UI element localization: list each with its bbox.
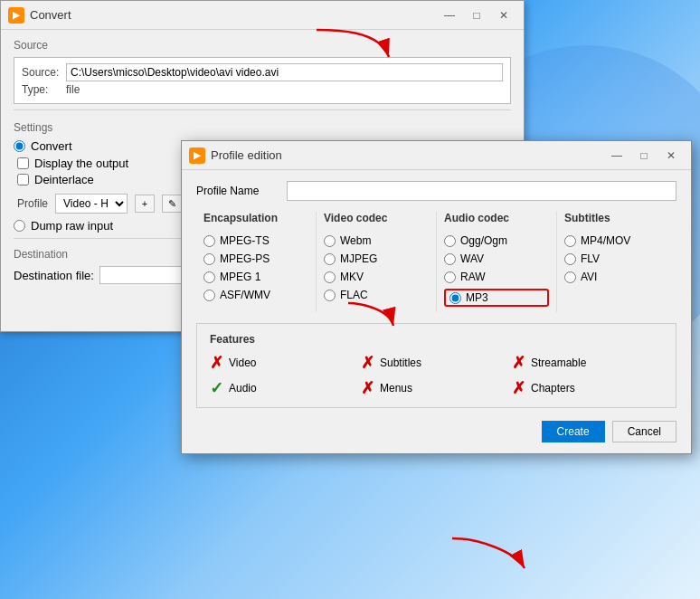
enc-asf-wmv: ASF/WMV [203,289,308,301]
profile-name-row: Profile Name [196,181,676,201]
profile-name-input[interactable] [287,181,676,201]
aud-wav: WAV [444,252,549,265]
dialog-titlebar: ▶ Profile edition — □ ✕ [182,141,691,170]
convert-radio-label: Convert [31,139,72,153]
feature-audio: ✓ Audio [210,378,361,398]
feature-subtitles-icon: ✗ [361,355,374,371]
profile-name-label: Profile Name [196,185,278,197]
feature-streamable-icon: ✗ [512,355,525,371]
dialog-cancel-button[interactable]: Cancel [612,421,676,442]
sub-mp4mov: MP4/MOV [564,234,669,247]
feature-subtitles: ✗ Subtitles [361,355,512,371]
display-output-label: Display the output [34,157,128,170]
enc-mpeg-ts-radio[interactable] [203,235,215,247]
encapsulation-column: Encapsulation MPEG-TS MPEG-PS MPEG 1 ASF… [196,212,317,312]
dump-radio[interactable] [14,220,25,232]
feature-audio-label: Audio [229,382,257,395]
feature-subtitles-label: Subtitles [380,357,421,369]
vid-mkv: MKV [324,271,429,283]
vid-flac-radio[interactable] [324,290,336,301]
main-titlebar: ▶ Convert — □ ✕ [1,1,524,30]
features-grid: ✗ Video ✗ Subtitles ✗ Streamable ✓ Audio [210,355,663,398]
vid-mjpeg-radio[interactable] [324,253,336,265]
enc-mpeg1-radio[interactable] [203,271,215,283]
sub-mp4mov-radio[interactable] [564,235,576,247]
enc-mpeg1: MPEG 1 [203,271,308,283]
vid-mkv-radio[interactable] [324,271,336,283]
feature-audio-icon: ✓ [210,378,223,398]
audio-codec-column: Audio codec Ogg/Ogm WAV RAW MP3 [437,212,557,312]
titlebar-left: ▶ Convert [8,7,71,24]
vid-flac: FLAC [324,289,429,301]
dialog-title: Profile edition [211,148,282,162]
maximize-button[interactable]: □ [464,5,489,25]
feature-menus: ✗ Menus [361,378,512,398]
audio-codec-header: Audio codec [444,212,549,227]
aud-raw-radio[interactable] [444,271,456,283]
enc-mpeg-ts: MPEG-TS [203,234,308,247]
dialog-titlebar-controls: — □ ✕ [604,146,684,166]
aud-ogg-radio[interactable] [444,235,456,247]
source-type-row: Type: file [22,83,503,96]
encapsulation-header: Encapsulation [203,212,308,227]
source-path-row: Source: [22,63,503,81]
aud-wav-radio[interactable] [444,253,456,265]
dialog-maximize-button[interactable]: □ [631,146,657,166]
feature-video: ✗ Video [210,355,361,371]
app-icon: ▶ [8,7,24,24]
dialog-buttons: Create Cancel [196,421,676,442]
features-section: Features ✗ Video ✗ Subtitles ✗ Streamabl… [196,323,676,408]
dialog-title-left: ▶ Profile edition [189,147,282,164]
destination-file-label: Destination file: [14,269,94,282]
feature-streamable: ✗ Streamable [512,355,663,371]
feature-chapters: ✗ Chapters [512,378,663,398]
profile-dropdown[interactable]: Video - H.264 [55,194,128,214]
enc-asf-wmv-radio[interactable] [203,290,215,301]
source-path-input[interactable] [66,63,503,81]
enc-mpeg-ps: MPEG-PS [203,252,308,265]
source-box: Source: Type: file [14,57,511,104]
dialog-body: Profile Name Encapsulation MPEG-TS MPEG-… [182,170,691,453]
create-button[interactable]: Create [542,421,605,442]
dialog-minimize-button[interactable]: — [604,146,629,166]
feature-chapters-label: Chapters [531,382,575,395]
source-section-label: Source [14,39,511,52]
feature-menus-label: Menus [380,382,412,395]
dump-radio-label: Dump raw input [31,219,113,233]
profile-edit-button[interactable]: ✎ [162,195,182,213]
source-label: Source: [22,66,62,79]
display-output-checkbox[interactable] [17,157,29,169]
feature-streamable-label: Streamable [531,357,586,369]
aud-mp3-radio[interactable] [449,292,461,304]
app-title: Convert [30,8,71,22]
convert-radio[interactable] [14,140,25,152]
minimize-button[interactable]: — [437,5,462,25]
enc-mpeg-ps-radio[interactable] [203,253,215,265]
vid-webm: Webm [324,234,429,247]
vid-mjpeg: MJPEG [324,252,429,265]
profile-edition-dialog: ▶ Profile edition — □ ✕ Profile Name Enc… [181,140,692,454]
profile-new-button[interactable]: + [135,195,155,213]
subtitles-header: Subtitles [564,212,669,227]
dialog-close-button[interactable]: ✕ [658,146,684,166]
codec-columns: Encapsulation MPEG-TS MPEG-PS MPEG 1 ASF… [196,212,676,312]
features-label: Features [210,333,663,346]
dialog-app-icon: ▶ [189,147,205,164]
profile-label: Profile [17,197,48,210]
sub-avi: AVI [564,271,669,283]
close-button[interactable]: ✕ [491,5,516,25]
vid-webm-radio[interactable] [324,235,336,247]
settings-label: Settings [14,121,511,134]
type-value: file [66,83,80,96]
deinterlace-label: Deinterlace [34,173,94,186]
titlebar-controls: — □ ✕ [437,5,516,25]
feature-video-label: Video [229,357,256,369]
subtitles-column: Subtitles MP4/MOV FLV AVI [557,212,676,312]
aud-raw: RAW [444,271,549,283]
aud-ogg: Ogg/Ogm [444,234,549,247]
sub-flv-radio[interactable] [564,253,576,265]
sub-flv: FLV [564,252,669,265]
sub-avi-radio[interactable] [564,271,576,283]
deinterlace-checkbox[interactable] [17,174,29,185]
video-codec-header: Video codec [324,212,429,227]
